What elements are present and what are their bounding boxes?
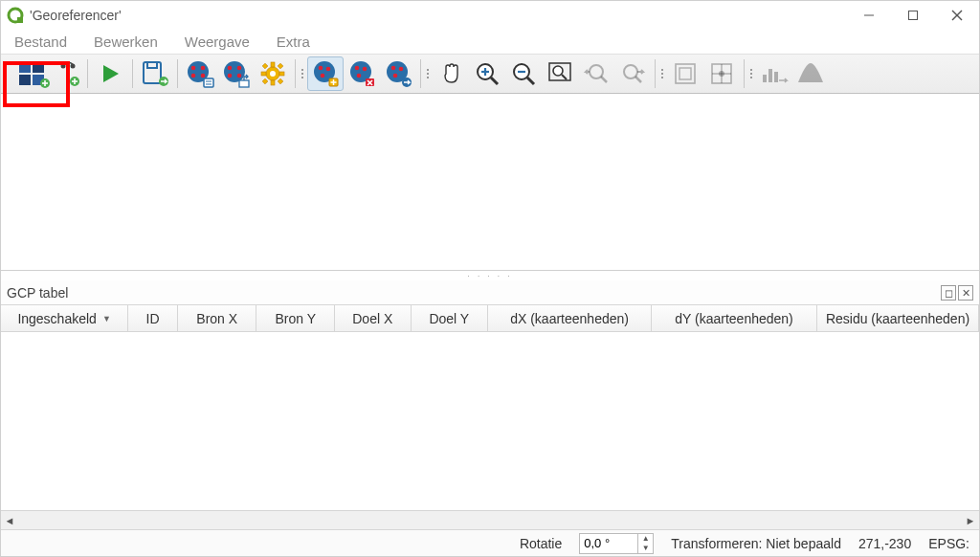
svg-point-33 — [237, 74, 242, 78]
close-button[interactable] — [935, 1, 979, 30]
svg-line-73 — [562, 75, 567, 79]
svg-point-46 — [319, 66, 323, 71]
svg-rect-6 — [19, 62, 31, 73]
link-qgis-button[interactable] — [703, 56, 740, 91]
start-georef-button[interactable] — [92, 56, 128, 91]
toolbar-grip[interactable] — [425, 55, 431, 93]
svg-rect-34 — [239, 80, 249, 87]
svg-point-54 — [363, 67, 368, 72]
add-point-file-button[interactable] — [56, 56, 83, 91]
column-header[interactable]: Bron Y — [256, 305, 335, 331]
map-canvas[interactable] — [1, 94, 979, 271]
column-header[interactable]: Bron X — [178, 305, 257, 331]
menu-weergave[interactable]: Weergave — [185, 33, 250, 50]
svg-point-72 — [553, 66, 563, 76]
maximize-button[interactable] — [891, 1, 935, 30]
rotation-input[interactable] — [580, 534, 637, 552]
svg-point-47 — [326, 67, 331, 72]
column-header[interactable]: dX (kaarteenheden) — [488, 305, 652, 331]
full-hist-button[interactable] — [792, 56, 829, 91]
svg-rect-38 — [261, 72, 266, 76]
toolbar-grip[interactable] — [659, 55, 665, 93]
svg-point-25 — [201, 74, 206, 78]
spin-down-icon[interactable]: ▼ — [638, 544, 653, 553]
transform-status: Transformeren: Niet bepaald — [671, 536, 841, 551]
column-header[interactable]: Doel X — [335, 305, 412, 331]
sort-indicator-icon: ▼ — [102, 314, 111, 323]
svg-point-62 — [393, 74, 398, 78]
svg-rect-3 — [909, 11, 918, 20]
svg-rect-36 — [271, 62, 275, 67]
svg-point-23 — [201, 66, 206, 71]
window-title: 'Georeferencer' — [30, 8, 122, 23]
toolbar-grip[interactable] — [748, 55, 754, 93]
minimize-button[interactable] — [847, 1, 891, 30]
delete-gcp-button[interactable] — [344, 56, 380, 91]
status-bar: Rotatie ▲ ▼ Transformeren: Niet bepaald … — [1, 529, 979, 556]
scroll-left-arrow[interactable]: ◄ — [1, 512, 18, 529]
move-gcp-button[interactable] — [380, 56, 416, 91]
svg-point-24 — [191, 74, 196, 78]
app-window: 'Georeferencer' Bestand Bewerken Weergav… — [0, 0, 980, 557]
svg-point-22 — [191, 66, 196, 71]
zoom-next-button[interactable] — [614, 56, 651, 91]
scroll-right-arrow[interactable]: ► — [962, 512, 979, 529]
column-header[interactable]: Residu (kaarteenheden) — [817, 305, 979, 331]
toolbar — [1, 54, 979, 94]
link-georef-button[interactable] — [667, 56, 703, 91]
add-gcp-button[interactable] — [307, 56, 344, 91]
settings-gear-button[interactable] — [255, 56, 291, 91]
panel-close-icon[interactable]: ✕ — [958, 285, 973, 301]
svg-point-76 — [624, 65, 637, 78]
svg-marker-18 — [103, 65, 119, 82]
open-raster-button[interactable] — [11, 56, 56, 91]
local-hist-button[interactable] — [756, 56, 792, 91]
gcp-settings-button[interactable] — [218, 56, 255, 91]
svg-rect-37 — [271, 80, 275, 85]
rotation-spinner[interactable]: ▲ ▼ — [579, 533, 654, 554]
menu-extra[interactable]: Extra — [277, 33, 310, 50]
svg-point-31 — [237, 66, 242, 71]
svg-point-30 — [228, 66, 233, 71]
svg-rect-79 — [679, 68, 691, 79]
gcp-panel-title: GCP tabel — [7, 285, 68, 301]
coord-readout: 271,-230 — [858, 536, 911, 551]
scroll-track[interactable] — [18, 512, 962, 529]
spin-up-icon[interactable]: ▲ — [638, 534, 653, 544]
menu-bewerken[interactable]: Bewerken — [94, 33, 158, 50]
gcp-panel-title-bar: GCP tabel ◻ ✕ — [1, 280, 979, 305]
zoom-out-button[interactable] — [505, 56, 542, 91]
transform-settings-button[interactable] — [182, 56, 218, 91]
svg-point-48 — [321, 74, 325, 78]
svg-point-53 — [355, 66, 360, 71]
menu-bestand[interactable]: Bestand — [14, 33, 67, 50]
split-handle[interactable]: · · · · · — [1, 271, 979, 280]
save-link-button[interactable] — [137, 56, 173, 91]
title-bar: 'Georeferencer' — [1, 1, 979, 30]
horizontal-scrollbar[interactable]: ◄ ► — [1, 510, 979, 529]
column-header[interactable]: ID — [128, 305, 178, 331]
panel-undock-icon[interactable]: ◻ — [941, 285, 956, 301]
svg-rect-39 — [279, 72, 284, 76]
zoom-layer-button[interactable] — [542, 56, 578, 91]
svg-rect-19 — [144, 62, 161, 83]
menu-bar: Bestand Bewerken Weergave Extra — [1, 30, 979, 54]
column-header[interactable]: Doel Y — [412, 305, 489, 331]
toolbar-grip[interactable] — [300, 55, 305, 93]
gcp-panel: GCP tabel ◻ ✕ Ingeschakeld▼IDBron XBron … — [1, 280, 979, 529]
svg-point-13 — [61, 64, 66, 69]
column-header[interactable]: dY (kaarteenheden) — [652, 305, 817, 331]
pan-button[interactable] — [433, 56, 469, 91]
svg-rect-78 — [676, 64, 695, 83]
svg-point-55 — [357, 74, 362, 78]
toolbar-grip[interactable] — [3, 55, 9, 93]
svg-point-32 — [228, 74, 233, 78]
svg-point-14 — [71, 64, 76, 69]
zoom-in-button[interactable] — [469, 56, 505, 91]
svg-rect-26 — [204, 78, 213, 87]
svg-rect-84 — [763, 75, 767, 82]
gcp-table-header: Ingeschakeld▼IDBron XBron YDoel XDoel Yd… — [1, 305, 979, 332]
window-controls — [847, 1, 979, 30]
column-header[interactable]: Ingeschakeld▼ — [1, 305, 128, 331]
zoom-last-button[interactable] — [578, 56, 614, 91]
